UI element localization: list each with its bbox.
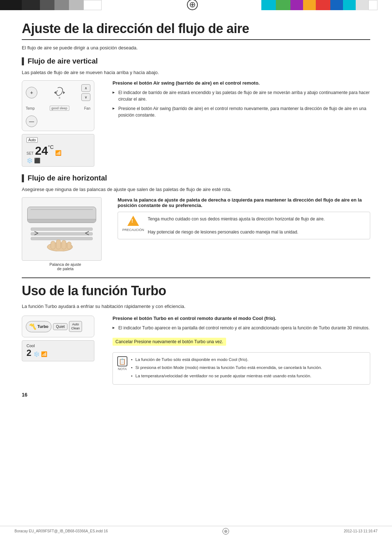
remote-swipe-icon: ≡ xyxy=(52,86,67,100)
remote-row-top: + ≡ ∧ ∨ xyxy=(26,84,90,101)
remote-minus-btn[interactable]: — xyxy=(26,115,37,127)
note-list: La función de Turbo sólo está disponible… xyxy=(131,356,322,379)
remote-arrows: ∧ ∨ xyxy=(81,84,90,101)
top-bar-left xyxy=(0,0,123,10)
ac-hand-area xyxy=(27,226,96,251)
color-strip-blue xyxy=(330,0,343,10)
turbo-leftcol: 〽️ Turbo Quiet Auto Clean Cool 2 ❄️ 📶 xyxy=(22,316,102,385)
display-panel-vertical: Auto SET 24°C 📶 ❄️ ⬛ xyxy=(22,134,94,167)
turbo-display-panel: Cool 2 ❄️ 📶 xyxy=(22,340,94,361)
vertical-bullet-1: El indicador de barrido de aire estará e… xyxy=(113,89,370,102)
section1-subtitle: El flujo de aire se puede dirigir a una … xyxy=(22,45,370,50)
display-auto-label: Auto xyxy=(26,137,38,143)
color-strip-gray2 xyxy=(54,0,69,10)
warning-box: ! PRECAUCIÓN Tenga mucho cuidado con sus… xyxy=(118,212,370,239)
ac-unit-illustration xyxy=(22,197,102,261)
note-icon-wrap: 📋 NOTA xyxy=(117,356,127,381)
section2-title: Uso de la función Turbo xyxy=(22,283,370,299)
horizontal-flow-leftcol: Palanca de ajuste de paleta xyxy=(22,197,109,271)
svg-text:≡: ≡ xyxy=(58,96,60,99)
color-strip-purple xyxy=(290,0,303,10)
ac-caption: Palanca de ajuste de paleta xyxy=(22,262,109,271)
warning-icon-wrap: ! PRECAUCIÓN xyxy=(122,216,144,235)
page-content: Ajuste de la dirección del flujo de aire… xyxy=(22,17,370,398)
color-strip-red xyxy=(316,0,330,10)
compass-icon-top xyxy=(187,0,198,10)
color-strip-white xyxy=(83,0,102,10)
note-box: 📋 NOTA La función de Turbo sólo está dis… xyxy=(113,352,370,385)
top-bar-center-compass xyxy=(123,0,261,10)
footer-right-text: 2012-11-13 11:16:47 xyxy=(344,529,377,533)
color-strip-dark xyxy=(22,0,40,10)
instruction-bold-turbo: Presione el botón Turbo en el control re… xyxy=(113,316,370,321)
subsection1-title: Flujo de aire vertical xyxy=(28,57,98,65)
note-label: NOTA xyxy=(118,367,127,371)
footer-left-text: Boracay EU_AR09FSFT@_IB_DB68-03366A_ES.i… xyxy=(15,529,108,533)
remote-plus-btn[interactable]: + xyxy=(26,87,37,98)
remote-down-btn[interactable]: ∨ xyxy=(81,93,90,101)
vertical-bullet-2: Presione el botón Air swing (barrido de … xyxy=(113,105,370,118)
note-item-2: Si presiona el botón Mode (modo) mientra… xyxy=(131,364,322,371)
turbo-remote-control: 〽️ Turbo Quiet Auto Clean xyxy=(22,316,94,337)
vertical-flow-rightcol: Presione el botón Air swing (barrido de … xyxy=(113,80,370,167)
svg-rect-3 xyxy=(31,237,93,240)
quiet-btn[interactable]: Quiet xyxy=(53,323,68,330)
subsection2-desc: Asegúrese que ninguna de las palancas de… xyxy=(22,187,370,192)
svg-rect-6 xyxy=(56,240,61,249)
section-divider xyxy=(22,277,370,278)
turbo-btn[interactable]: 〽️ Turbo xyxy=(26,321,52,332)
section2-subtitle: La función Turbo ayudará a enfriar su ha… xyxy=(22,304,370,309)
ac-detail1 xyxy=(30,209,93,210)
page-number: 16 xyxy=(22,392,370,398)
remote-row-minus: — xyxy=(26,115,90,127)
display-mode-label: Cool xyxy=(26,344,90,348)
svg-rect-8 xyxy=(67,242,71,249)
color-strip-yellow xyxy=(303,0,316,10)
turbo-remote-btns: 〽️ Turbo Quiet Auto Clean xyxy=(26,321,82,332)
subsection2-bar xyxy=(22,174,24,182)
turbo-display-fan-icon: ❄️ 📶 xyxy=(33,351,47,357)
note-item-1: La función de Turbo sólo está disponible… xyxy=(131,356,322,363)
warning-triangle-icon: ! xyxy=(127,216,139,226)
note-icon: 📋 xyxy=(117,356,127,366)
display-signal-icon: 📶 xyxy=(55,150,61,156)
turbo-display-num: 2 xyxy=(26,348,31,358)
svg-rect-1 xyxy=(31,228,93,231)
vertical-flow-twocol: + ≡ ∧ ∨ xyxy=(22,80,370,167)
top-bar-right xyxy=(261,0,392,10)
subsection-bar xyxy=(22,57,24,65)
top-color-bar xyxy=(0,0,392,10)
subsection1-desc: Las paletas de flujo de aire se mueven h… xyxy=(22,70,370,75)
horizontal-flow-twocol: Palanca de ajuste de paleta Mueva la pal… xyxy=(22,197,370,271)
note-item-3: La temperatura/velocidad de ventilador n… xyxy=(131,373,322,379)
remote-up-btn[interactable]: ∧ xyxy=(81,84,90,92)
subsection2-header: Flujo de aire horizontal xyxy=(22,174,370,182)
remote-row-labels: Temp good sleep Fan xyxy=(26,106,90,111)
instruction-bold-horizontal: Mueva la palanca de ajuste de paleta de … xyxy=(118,197,370,208)
turbo-rightcol: Presione el botón Turbo en el control re… xyxy=(113,316,370,385)
footer: Boracay EU_AR09FSFT@_IB_DB68-03366A_ES.i… xyxy=(0,526,392,536)
color-strip-lightgray xyxy=(69,0,83,10)
warning-label: PRECAUCIÓN xyxy=(122,228,144,232)
color-strip-white2 xyxy=(368,0,377,10)
turbo-twocol: 〽️ Turbo Quiet Auto Clean Cool 2 ❄️ 📶 xyxy=(22,316,370,385)
display-temp-row: SET 24°C 📶 xyxy=(26,144,90,158)
color-strip-gray1 xyxy=(40,0,54,10)
cancel-highlight: Cancelar Presione nuevamente el botón Tu… xyxy=(113,338,226,346)
turbo-bullet-list: El indicador Turbo aparece en la pantall… xyxy=(113,325,370,331)
note-text: La función de Turbo sólo está disponible… xyxy=(131,356,322,381)
compass-icon-bottom: ⊕ xyxy=(222,528,229,535)
color-strip-green xyxy=(276,0,290,10)
display-icons: ❄️ ⬛ xyxy=(26,158,90,163)
vertical-bullet-list: El indicador de barrido de aire estará e… xyxy=(113,89,370,118)
svg-rect-2 xyxy=(31,232,93,235)
auto-clean-btn[interactable]: Auto Clean xyxy=(69,321,82,332)
turbo-display-row: 2 ❄️ 📶 xyxy=(26,348,90,358)
warning-text: Tenga mucho cuidado con sus dedos mientr… xyxy=(148,216,325,235)
ac-vents xyxy=(28,219,96,223)
svg-rect-7 xyxy=(62,240,66,249)
display-temp-value: 24°C xyxy=(35,144,53,158)
footer-center: ⊕ xyxy=(222,528,229,535)
turbo-bullet-1: El indicador Turbo aparece en la pantall… xyxy=(113,325,370,331)
remote-control-vertical: + ≡ ∧ ∨ xyxy=(22,80,94,131)
